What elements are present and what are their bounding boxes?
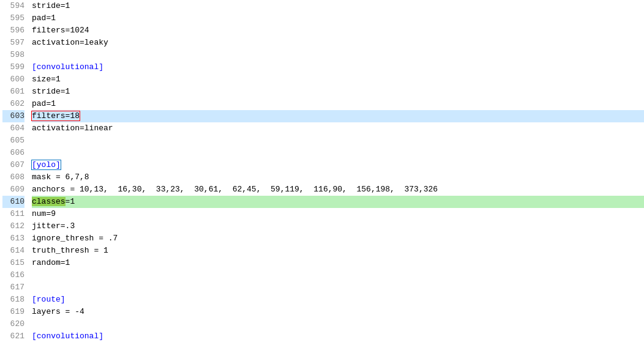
code-line[interactable]: [convolutional]	[32, 61, 644, 73]
line-number: 612	[2, 220, 24, 232]
line-number: 618	[2, 294, 24, 306]
line-numbers: 5945955965975985996006016026036046056066…	[0, 0, 29, 345]
code-line[interactable]: random=1	[32, 257, 644, 269]
line-number: 605	[2, 135, 24, 147]
classes-key-highlighted: classes	[32, 197, 66, 206]
code-line[interactable]: activation=linear	[32, 122, 644, 135]
section-label: [convolutional]	[32, 62, 103, 72]
code-line[interactable]: stride=1	[32, 86, 644, 98]
code-line[interactable]: truth_thresh = 1	[32, 245, 644, 257]
line-number: 596	[2, 24, 24, 37]
code-line[interactable]: [route]	[32, 294, 644, 306]
code-line[interactable]: size=1	[32, 73, 644, 86]
line-number: 620	[2, 318, 24, 330]
line-number: 603	[2, 110, 24, 122]
line-number: 602	[2, 98, 24, 110]
line-number: 598	[2, 49, 24, 61]
classes-value: =1	[66, 197, 75, 206]
line-number: 595	[2, 12, 24, 24]
code-line[interactable]: classes=1	[32, 196, 644, 208]
code-line[interactable]	[32, 318, 644, 330]
code-line[interactable]: [convolutional]	[32, 330, 644, 343]
code-line[interactable]: jitter=.3	[32, 220, 644, 232]
line-number: 619	[2, 306, 24, 318]
line-number: 601	[2, 86, 24, 98]
code-line[interactable]: pad=1	[32, 12, 644, 24]
line-number: 609	[2, 184, 24, 196]
line-number: 622	[2, 343, 24, 345]
line-number: 613	[2, 232, 24, 245]
line-number: 621	[2, 330, 24, 343]
line-number: 607	[2, 159, 24, 171]
code-content[interactable]: stride=1pad=1filters=1024activation=leak…	[29, 0, 644, 345]
code-line[interactable]: batch_normalize=1	[32, 343, 644, 345]
line-number: 614	[2, 245, 24, 257]
yolo-section-highlighted: [yolo]	[32, 160, 61, 169]
code-line[interactable]: layers = -4	[32, 306, 644, 318]
line-number: 604	[2, 122, 24, 135]
line-number: 616	[2, 269, 24, 281]
line-number: 594	[2, 0, 24, 12]
code-line[interactable]	[32, 269, 644, 281]
line-number: 597	[2, 37, 24, 49]
code-line[interactable]	[32, 281, 644, 294]
code-line[interactable]: ignore_thresh = .7	[32, 232, 644, 245]
code-line[interactable]: stride=1	[32, 0, 644, 12]
code-line[interactable]: [yolo]	[32, 159, 644, 171]
line-number: 600	[2, 73, 24, 86]
code-line[interactable]: filters=18	[32, 110, 644, 122]
code-editor: 5945955965975985996006016026036046056066…	[0, 0, 644, 345]
section-label: [route]	[32, 295, 66, 304]
code-line[interactable]	[32, 135, 644, 147]
code-line[interactable]: anchors = 10,13, 16,30, 33,23, 30,61, 62…	[32, 184, 644, 196]
line-number: 617	[2, 281, 24, 294]
code-line[interactable]: num=9	[32, 208, 644, 220]
line-number: 615	[2, 257, 24, 269]
filters-highlighted: filters=18	[32, 111, 80, 121]
section-label: [convolutional]	[32, 332, 103, 341]
line-number: 611	[2, 208, 24, 220]
code-line[interactable]	[32, 49, 644, 61]
line-number: 610	[2, 196, 24, 208]
code-line[interactable]: filters=1024	[32, 24, 644, 37]
line-number: 599	[2, 61, 24, 73]
code-line[interactable]: mask = 6,7,8	[32, 171, 644, 184]
code-line[interactable]: pad=1	[32, 98, 644, 110]
code-line[interactable]: activation=leaky	[32, 37, 644, 49]
line-number: 606	[2, 147, 24, 159]
code-line[interactable]	[32, 147, 644, 159]
line-number: 608	[2, 171, 24, 184]
